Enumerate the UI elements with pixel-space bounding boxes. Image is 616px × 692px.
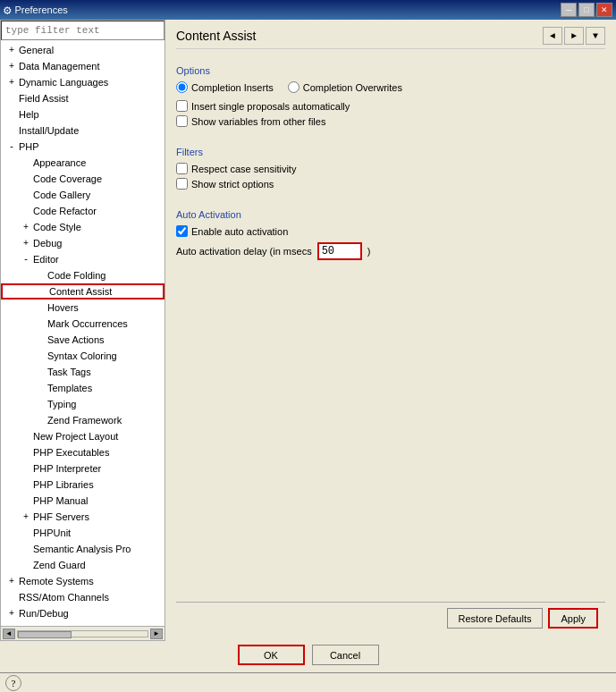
respect-case-label[interactable]: Respect case sensitivity <box>176 163 296 174</box>
sidebar-item-templates[interactable]: Templates <box>1 380 165 396</box>
completion-inserts-radio[interactable] <box>176 81 188 93</box>
sidebar-item-php[interactable]: - PHP <box>1 139 165 155</box>
label-remote-systems: Remote Systems <box>19 576 94 587</box>
sidebar-item-code-refactor[interactable]: Code Refactor <box>1 203 165 219</box>
sidebar: + General + Data Management + Dynamic La… <box>0 20 165 641</box>
sidebar-item-code-style[interactable]: + Code Style <box>1 219 165 235</box>
expander-debug[interactable]: + <box>19 236 33 250</box>
sidebar-item-syntax-coloring[interactable]: Syntax Coloring <box>1 348 165 364</box>
back-button[interactable]: ◄ <box>543 27 562 45</box>
sidebar-item-appearance[interactable]: Appearance <box>1 155 165 171</box>
sidebar-item-php-manual[interactable]: PHP Manual <box>1 493 165 509</box>
label-phf-servers: PHF Servers <box>33 511 89 522</box>
sidebar-item-task-tags[interactable]: Task Tags <box>1 364 165 380</box>
sidebar-item-debug[interactable]: + Debug <box>1 235 165 251</box>
sidebar-item-data-management[interactable]: + Data Management <box>1 58 165 74</box>
sidebar-item-rss-atom[interactable]: RSS/Atom Channels <box>1 589 165 605</box>
show-variables-label[interactable]: Show variables from other files <box>176 115 325 127</box>
expander-remote-systems[interactable]: + <box>4 574 19 588</box>
expander-zend-guard <box>19 558 33 572</box>
sidebar-item-code-gallery[interactable]: Code Gallery <box>1 187 165 203</box>
completion-overwrites-label[interactable]: Completion Overwrites <box>288 81 402 93</box>
dropdown-button[interactable]: ▼ <box>586 27 605 45</box>
minimize-button[interactable]: ─ <box>561 3 577 17</box>
delay-input[interactable] <box>317 242 362 260</box>
sidebar-item-save-actions[interactable]: Save Actions <box>1 332 165 348</box>
auto-activation-section: Auto Activation Enable auto activation A… <box>176 202 605 260</box>
sidebar-item-phf-servers[interactable]: + PHF Servers <box>1 509 165 525</box>
completion-inserts-label[interactable]: Completion Inserts <box>176 81 274 93</box>
sidebar-item-code-folding[interactable]: Code Folding <box>1 267 165 283</box>
sidebar-item-general[interactable]: + General <box>1 42 165 58</box>
sidebar-item-zend-guard[interactable]: Zend Guard <box>1 557 165 573</box>
enable-auto-row: Enable auto activation <box>176 225 605 237</box>
label-php-executables: PHP Executables <box>33 447 109 458</box>
expander-php-manual <box>19 494 33 508</box>
help-icon[interactable]: ? <box>5 675 21 691</box>
forward-button[interactable]: ► <box>564 27 584 45</box>
content-spacer <box>176 260 605 602</box>
restore-defaults-button[interactable]: Restore Defaults <box>447 608 544 629</box>
apply-button[interactable]: Apply <box>548 608 598 629</box>
sidebar-item-remote-systems[interactable]: + Remote Systems <box>1 573 165 589</box>
sidebar-item-run-debug[interactable]: + Run/Debug <box>1 605 165 621</box>
expander-code-style[interactable]: + <box>19 220 33 234</box>
sidebar-item-hovers[interactable]: Hovers <box>1 300 165 316</box>
sidebar-item-zend-framework[interactable]: Zend Framework <box>1 412 165 428</box>
insert-single-label[interactable]: Insert single proposals automatically <box>176 100 350 112</box>
sidebar-item-dynamic-languages[interactable]: + Dynamic Languages <box>1 74 165 90</box>
sidebar-scrollbar[interactable]: ◄ ► <box>1 626 165 640</box>
sidebar-item-help[interactable]: Help <box>1 106 165 122</box>
expander-run-debug[interactable]: + <box>4 606 19 620</box>
scrollbar-thumb[interactable] <box>18 631 72 638</box>
enable-auto-checkbox[interactable] <box>176 225 188 237</box>
expander-dynamic-languages[interactable]: + <box>4 75 19 89</box>
show-variables-checkbox[interactable] <box>176 115 188 127</box>
label-zend-framework: Zend Framework <box>47 415 122 426</box>
expander-code-folding <box>33 268 47 283</box>
label-appearance: Appearance <box>33 157 86 168</box>
sidebar-item-new-project-layout[interactable]: New Project Layout <box>1 428 165 444</box>
scroll-left-btn[interactable]: ◄ <box>3 629 15 639</box>
sidebar-item-editor[interactable]: - Editor <box>1 251 165 267</box>
cancel-button[interactable]: Cancel <box>312 645 379 665</box>
expander-php[interactable]: - <box>4 139 19 154</box>
scroll-right-btn[interactable]: ► <box>150 629 163 639</box>
label-php: PHP <box>19 141 39 152</box>
expander-editor[interactable]: - <box>19 252 33 266</box>
auto-activation-title: Auto Activation <box>176 209 605 220</box>
expander-save-actions <box>33 333 47 347</box>
sidebar-item-phpunit[interactable]: PHPUnit <box>1 525 165 541</box>
expander-phf-servers[interactable]: + <box>19 510 33 524</box>
sidebar-item-typing[interactable]: Typing <box>1 396 165 412</box>
content-title: Content Assist <box>176 29 257 43</box>
enable-auto-label[interactable]: Enable auto activation <box>176 225 288 237</box>
help-bar: ? <box>0 672 616 692</box>
respect-case-checkbox[interactable] <box>176 163 188 174</box>
sidebar-item-mark-occurrences[interactable]: Mark Occurrences <box>1 316 165 332</box>
scrollbar-track[interactable] <box>17 630 148 637</box>
sidebar-item-code-coverage[interactable]: Code Coverage <box>1 171 165 187</box>
maximize-button[interactable]: □ <box>578 3 595 17</box>
tree-area: + General + Data Management + Dynamic La… <box>1 40 165 626</box>
show-strict-label[interactable]: Show strict options <box>176 178 274 190</box>
expander-data-management[interactable]: + <box>4 59 19 73</box>
sidebar-item-install-update[interactable]: Install/Update <box>1 122 165 139</box>
completion-overwrites-radio[interactable] <box>288 81 300 93</box>
ok-button[interactable]: OK <box>238 645 305 665</box>
sidebar-item-content-assist[interactable]: Content Assist <box>1 283 165 300</box>
filter-input[interactable] <box>1 21 165 40</box>
expander-content-assist <box>35 284 49 299</box>
insert-single-checkbox[interactable] <box>176 100 188 112</box>
expander-code-gallery <box>19 188 33 202</box>
sidebar-item-php-interpreter[interactable]: PHP Interpreter <box>1 460 165 477</box>
label-zend-guard: Zend Guard <box>33 560 86 570</box>
show-strict-checkbox[interactable] <box>176 178 188 190</box>
label-dynamic-languages: Dynamic Languages <box>19 77 108 88</box>
close-button[interactable]: ✕ <box>596 3 612 17</box>
sidebar-item-field-assist[interactable]: Field Assist <box>1 90 165 106</box>
expander-general[interactable]: + <box>4 43 19 57</box>
sidebar-item-php-libraries[interactable]: PHP Libraries <box>1 477 165 493</box>
sidebar-item-semantic-analysis[interactable]: Semantic Analysis Pro <box>1 541 165 557</box>
sidebar-item-php-executables[interactable]: PHP Executables <box>1 444 165 460</box>
